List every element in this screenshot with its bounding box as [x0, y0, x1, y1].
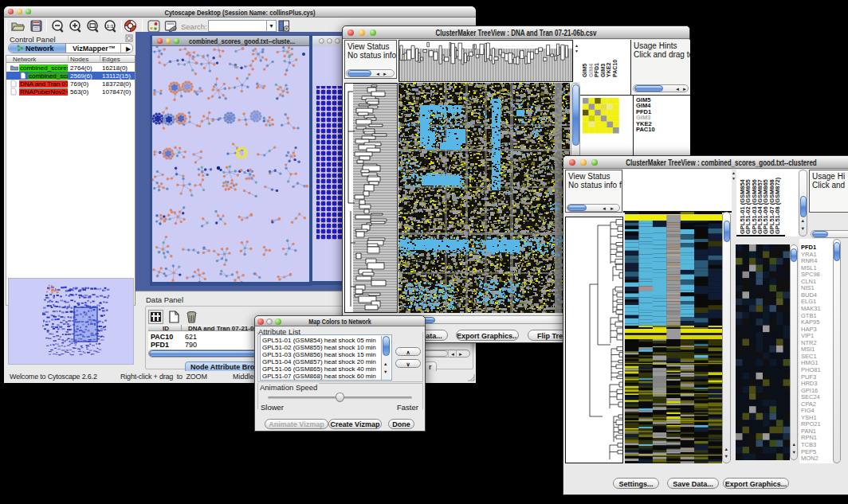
- svg-text:1:1: 1:1: [107, 24, 114, 29]
